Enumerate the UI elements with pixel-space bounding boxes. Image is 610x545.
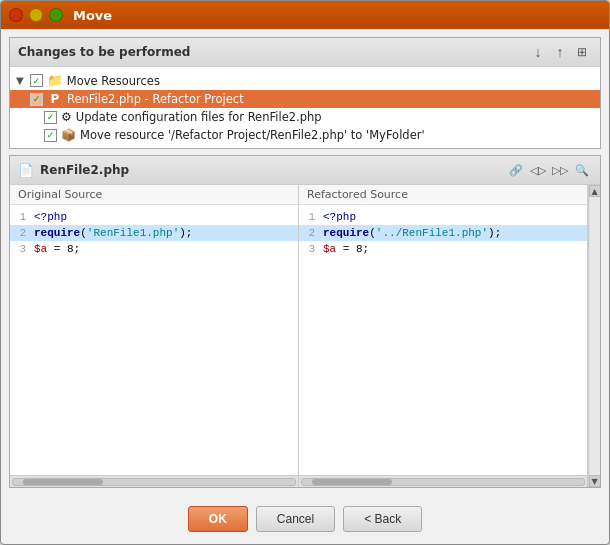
scroll-area[interactable] [590, 197, 600, 475]
original-line-1: 1 <?php [10, 209, 298, 225]
vertical-scrollbar[interactable]: ▲ ▼ [588, 185, 600, 487]
refactored-scroll-track[interactable] [301, 478, 585, 486]
tree-label-move-resource: Move resource '/Refactor Project/RenFile… [80, 128, 425, 142]
scroll-up-button[interactable]: ▲ [589, 185, 601, 197]
config-icon: ⚙ [61, 110, 72, 124]
checkbox-move-resources[interactable]: ✓ [30, 74, 43, 87]
settings-button[interactable]: ⊞ [572, 42, 592, 62]
link-icon-button[interactable]: 🔗 [506, 160, 526, 180]
expand-icon: ▼ [16, 75, 24, 86]
ok-button[interactable]: OK [188, 506, 248, 532]
tree-label-update-config: Update configuration files for RenFile2.… [76, 110, 322, 124]
move-icon: 📦 [61, 128, 76, 142]
refactored-scrollbar-h[interactable] [299, 475, 587, 487]
move-up-button[interactable]: ↑ [550, 42, 570, 62]
checkbox-renfile2[interactable]: ✓ [30, 93, 43, 106]
tree-row-move-resources[interactable]: ▼ ✓ 📁 Move Resources [10, 71, 600, 90]
changes-header: Changes to be performed ↓ ↑ ⊞ [10, 38, 600, 67]
refactored-line-2: 2 require('../RenFile1.php'); [299, 225, 587, 241]
maximize-button[interactable] [49, 8, 63, 22]
checkbox-move-resource[interactable]: ✓ [44, 129, 57, 142]
php-file-icon: P [47, 92, 63, 106]
close-button[interactable] [9, 8, 23, 22]
move-down-button[interactable]: ↓ [528, 42, 548, 62]
scroll-down-button[interactable]: ▼ [589, 475, 601, 487]
changes-toolbar: ↓ ↑ ⊞ [528, 42, 592, 62]
refactored-line-3: 3 $a = 8; [299, 241, 587, 257]
copy-left-button[interactable]: ◁▷ [528, 160, 548, 180]
window: Move Changes to be performed ↓ ↑ ⊞ ▼ ✓ 📁… [0, 0, 610, 545]
cancel-button[interactable]: Cancel [256, 506, 335, 532]
changes-header-text: Changes to be performed [18, 45, 190, 59]
original-scrollbar-h[interactable] [10, 475, 298, 487]
source-file-icon: 📄 [18, 163, 34, 178]
original-label: Original Source [10, 185, 298, 205]
back-button[interactable]: < Back [343, 506, 422, 532]
tree-row-renfile2[interactable]: ✓ P RenFile2.php - Refactor Project [10, 90, 600, 108]
refactored-label: Refactored Source [299, 185, 587, 205]
original-scroll-thumb[interactable] [23, 479, 103, 485]
checkbox-update-config[interactable]: ✓ [44, 111, 57, 124]
minimize-button[interactable] [29, 8, 43, 22]
refactored-line-1: 1 <?php [299, 209, 587, 225]
refactored-code-content[interactable]: 1 <?php 2 require('../RenFile1.php'); 3 … [299, 205, 587, 475]
folder-icon: 📁 [47, 73, 63, 88]
changes-panel: Changes to be performed ↓ ↑ ⊞ ▼ ✓ 📁 Move… [9, 37, 601, 149]
zoom-button[interactable]: 🔍 [572, 160, 592, 180]
original-scroll-track[interactable] [12, 478, 296, 486]
refactored-source-pane: Refactored Source 1 <?php 2 require('../… [299, 185, 588, 487]
original-line-3: 3 $a = 8; [10, 241, 298, 257]
original-line-2: 2 require('RenFile1.php'); [10, 225, 298, 241]
window-title: Move [73, 8, 112, 23]
copy-right-button[interactable]: ▷▷ [550, 160, 570, 180]
title-bar: Move [1, 1, 609, 29]
source-body: Original Source 1 <?php 2 require('RenFi… [10, 185, 600, 487]
tree-label-move-resources: Move Resources [67, 74, 160, 88]
source-header: 📄 RenFile2.php 🔗 ◁▷ ▷▷ 🔍 [10, 156, 600, 185]
tree-row-update-config[interactable]: ✓ ⚙ Update configuration files for RenFi… [10, 108, 600, 126]
refactored-scroll-thumb[interactable] [312, 479, 392, 485]
tree-row-move-resource[interactable]: ✓ 📦 Move resource '/Refactor Project/Ren… [10, 126, 600, 144]
tree-label-renfile2: RenFile2.php - Refactor Project [67, 92, 244, 106]
button-bar: OK Cancel < Back [9, 494, 601, 544]
content-area: Changes to be performed ↓ ↑ ⊞ ▼ ✓ 📁 Move… [1, 29, 609, 544]
tree-area: ▼ ✓ 📁 Move Resources ✓ P RenFile2.php - … [10, 67, 600, 148]
source-toolbar: 🔗 ◁▷ ▷▷ 🔍 [506, 160, 592, 180]
source-panel: 📄 RenFile2.php 🔗 ◁▷ ▷▷ 🔍 Original Source [9, 155, 601, 488]
original-source-pane: Original Source 1 <?php 2 require('RenFi… [10, 185, 299, 487]
original-code-content[interactable]: 1 <?php 2 require('RenFile1.php'); 3 $a … [10, 205, 298, 475]
source-filename: RenFile2.php [40, 163, 129, 177]
